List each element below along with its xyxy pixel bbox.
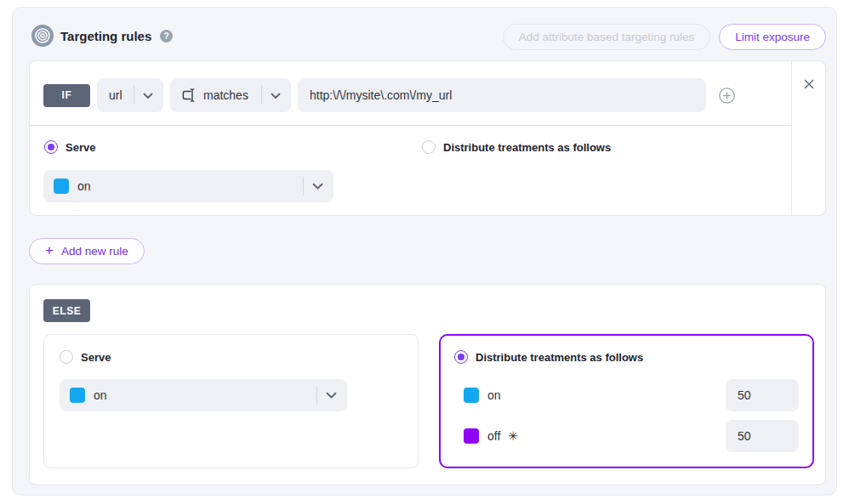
else-distribute-label: Distribute treatments as follows <box>476 351 643 364</box>
distribute-label: Distribute treatments as follows <box>443 141 611 154</box>
matcher-select-value: matches <box>203 88 248 102</box>
attribute-select-value: url <box>109 88 123 102</box>
treatment-on-color-swatch <box>54 178 69 194</box>
treatment-name: on <box>77 179 91 193</box>
else-distribute-option[interactable]: Distribute treatments as follows <box>454 350 643 364</box>
treatment-on-percent-input[interactable] <box>726 379 799 411</box>
treatment-on-color-swatch <box>70 388 85 403</box>
distribution-row-on: on <box>464 379 799 411</box>
chevron-down-icon <box>326 388 337 402</box>
distribute-radio[interactable] <box>422 140 436 154</box>
serve-label: Serve <box>66 141 95 154</box>
matcher-value-input[interactable] <box>298 78 706 112</box>
chevron-down-icon <box>271 88 281 102</box>
distribute-option[interactable]: Distribute treatments as follows <box>422 140 611 154</box>
else-distribute-radio[interactable] <box>454 350 468 364</box>
attribute-select[interactable]: url <box>97 78 163 112</box>
select-divider <box>134 86 134 105</box>
add-attribute-rules-button[interactable]: Add attribute based targeting rules <box>503 24 710 50</box>
limit-exposure-button[interactable]: Limit exposure <box>719 24 826 50</box>
default-treatment-icon: ✳ <box>508 429 518 443</box>
else-serve-radio[interactable] <box>60 350 73 364</box>
matcher-select[interactable]: matches <box>170 78 291 112</box>
select-divider <box>261 86 262 105</box>
treatment-name: on <box>94 388 107 402</box>
add-value-icon[interactable] <box>718 87 736 105</box>
targeting-rules-panel: Targeting rules ? Add attribute based ta… <box>12 7 837 496</box>
chevron-down-icon <box>143 88 153 102</box>
targeting-rules-icon <box>31 25 54 47</box>
page-title: Targeting rules <box>60 29 151 43</box>
rule-condition-row: IF url matches <box>43 78 736 112</box>
help-icon[interactable]: ? <box>160 30 173 42</box>
default-rule-card: ELSE Serve on Distribut <box>29 284 826 485</box>
rule-divider <box>30 125 791 126</box>
else-serve-treatment-select[interactable]: on <box>60 379 347 411</box>
serve-radio[interactable] <box>44 140 58 154</box>
else-distribute-card[interactable]: Distribute treatments as follows on off … <box>439 334 814 468</box>
treatment-off-color-swatch <box>464 428 479 444</box>
else-badge: ELSE <box>43 299 90 322</box>
else-serve-option[interactable]: Serve <box>60 350 111 364</box>
header-buttons: Add attribute based targeting rules Limi… <box>503 24 826 50</box>
add-new-rule-label: Add new rule <box>61 245 128 258</box>
distribution-row-off: off ✳ <box>464 420 799 452</box>
add-new-rule-button[interactable]: + Add new rule <box>29 238 145 264</box>
chevron-down-icon <box>312 179 323 193</box>
string-matcher-icon <box>180 87 197 104</box>
select-divider <box>316 386 317 405</box>
treatment-on-color-swatch <box>464 388 479 403</box>
if-badge: IF <box>43 84 90 107</box>
else-serve-label: Serve <box>81 351 111 364</box>
else-serve-card[interactable]: Serve on <box>43 334 419 468</box>
select-divider <box>303 177 304 195</box>
targeting-rule-card: IF url matches <box>29 60 826 216</box>
serve-option[interactable]: Serve <box>44 140 95 154</box>
targeting-rules-page: Targeting rules ? Add attribute based ta… <box>0 0 849 504</box>
treatment-name: on <box>487 388 501 402</box>
rule-side-column <box>791 61 825 215</box>
plus-icon: + <box>45 243 54 258</box>
delete-rule-icon[interactable] <box>803 78 815 90</box>
serve-treatment-select[interactable]: on <box>43 170 333 202</box>
treatment-off-percent-input[interactable] <box>726 420 799 452</box>
treatment-name: off <box>487 429 500 443</box>
